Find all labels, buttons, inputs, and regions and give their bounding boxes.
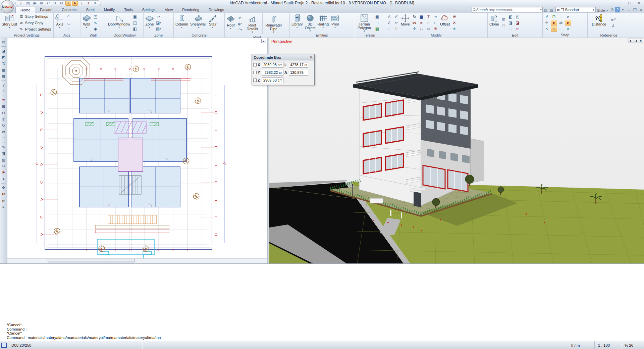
maximize-button[interactable]: ▢	[625, 0, 634, 5]
corner-snap-icon[interactable]: ↱	[544, 14, 550, 19]
axes-snap-icon[interactable]: ✛	[544, 20, 550, 26]
viewport-layout-3-button[interactable]: ◩	[639, 39, 643, 43]
tab-view[interactable]: View	[160, 7, 178, 13]
node-snap-toggle-icon[interactable]: ✛	[65, 1, 71, 6]
stats-chart-icon[interactable]: ▆	[418, 14, 425, 20]
area-measure-icon[interactable]: m²	[610, 17, 616, 23]
copy-clipboard-icon[interactable]: ⊞	[500, 17, 507, 23]
move-button[interactable]: Move	[400, 13, 411, 32]
expand-toolbar-icon[interactable]: ▸	[1, 204, 7, 210]
line-axis-icon[interactable]: ∕	[65, 26, 72, 32]
rotate-clone-icon[interactable]: ↻	[1, 123, 7, 129]
auto-label-icon[interactable]: AB	[1, 191, 7, 197]
divide-icon[interactable]: ∷	[418, 26, 425, 32]
corner-trim-icon[interactable]: ∟	[432, 20, 439, 26]
clone-faded-icon[interactable]: ▩	[1, 67, 7, 73]
style-dropdown[interactable]: Style ▾	[597, 8, 608, 12]
section-view-icon[interactable]: ◨	[1, 151, 7, 156]
y-lock-checkbox[interactable]	[253, 71, 257, 74]
point-array-icon[interactable]: ∷	[1, 136, 7, 141]
corner-wall-icon[interactable]: ◰	[92, 14, 99, 20]
roof-details-button[interactable]: Roof Details▾	[244, 14, 261, 33]
window-grid-icon[interactable]: ◫	[132, 20, 138, 26]
story-list-button[interactable]: Story List▾	[1, 13, 18, 32]
array-move-icon[interactable]: ∷	[386, 26, 392, 32]
grid-lock-icon[interactable]: ⊞	[551, 14, 557, 19]
status-zoom[interactable]: % 26	[621, 341, 644, 349]
help-caret-icon[interactable]: ▾	[620, 7, 626, 12]
terrain-polygon-button[interactable]: Terrain Polygon▾	[355, 13, 373, 32]
angle-measure-icon[interactable]: ∠	[386, 20, 392, 26]
roof-gazebo-icon[interactable]: ◈▾	[236, 21, 243, 27]
pick-select-icon[interactable]: ➤	[1, 176, 7, 182]
paste-icon[interactable]: ⊟	[1, 110, 7, 116]
story-copy-button[interactable]: ≋Story Copy	[18, 20, 52, 26]
parallel-snap-icon[interactable]: ⇄	[558, 20, 564, 26]
ortho-snap-icon[interactable]: ∟	[558, 26, 564, 32]
tab-tools[interactable]: Tools	[119, 7, 138, 13]
stack-move-icon[interactable]: ◨	[507, 20, 514, 26]
roof-dome-icon[interactable]: ◖▾	[236, 15, 243, 21]
trim-icon[interactable]: ✂	[1, 163, 7, 169]
viewport-layout-1-button[interactable]: ◧	[629, 39, 633, 43]
delete-node-icon[interactable]: ✕	[451, 20, 458, 26]
cursor-lock-icon[interactable]: ➤	[551, 20, 557, 26]
redo-icon[interactable]: ↷	[52, 1, 58, 6]
arc-axis-icon[interactable]: ◠	[65, 14, 72, 20]
polyline-lock-icon[interactable]: ∿	[551, 26, 557, 32]
x-lock-checkbox[interactable]	[253, 63, 257, 66]
array-clone-icon[interactable]: ⇄	[1, 129, 7, 135]
paste-special-icon[interactable]: ◫	[1, 116, 7, 122]
tab-home[interactable]: Home	[15, 7, 35, 13]
open-file-icon[interactable]: ▤	[25, 1, 31, 6]
magic-wand-icon[interactable]: ✳	[432, 26, 439, 32]
stack-copy-icon[interactable]: ◧	[507, 14, 514, 20]
circular-axis-icon[interactable]: ◡	[65, 20, 72, 26]
perpendicular-lock-icon[interactable]: ⊥	[558, 14, 564, 19]
eyedropper-icon[interactable]: ✏	[393, 20, 399, 26]
trim-support-icon[interactable]: ⊤	[425, 14, 432, 20]
point-snap-toggle-icon[interactable]: ➤	[72, 1, 78, 6]
tab-settings[interactable]: Settings	[138, 7, 160, 13]
project-settings-button[interactable]: ✎Project Settings	[18, 26, 52, 32]
rotate-icon[interactable]: ↻	[411, 14, 418, 20]
dimension-tool-icon[interactable]: ↥	[86, 1, 91, 6]
label-tag-icon[interactable]: ⚐	[393, 26, 399, 32]
ruler-pen-icon[interactable]: ✐	[393, 14, 399, 20]
child-restore-button[interactable]: ❐	[632, 7, 638, 12]
panel-wall-icon[interactable]: ◆	[92, 26, 99, 32]
break-point-icon[interactable]: ✶	[451, 26, 458, 32]
y-coordinate-input[interactable]	[262, 70, 283, 76]
find-icon[interactable]: ∞	[1, 198, 7, 203]
move-story-icon[interactable]: ⇅	[1, 61, 7, 66]
stack-faded-icon[interactable]: ◩	[515, 14, 521, 20]
copy-story-icon[interactable]: ◪	[1, 48, 7, 54]
plan-horizontal-scrollbar[interactable]	[7, 258, 267, 263]
edit-pen-icon[interactable]: ✎	[1, 144, 7, 150]
angle-query-icon[interactable]: ∡	[610, 23, 616, 29]
terrain-boundary-icon[interactable]: □	[374, 20, 380, 26]
eraser-icon[interactable]: ✏	[515, 26, 521, 32]
save-all-icon[interactable]: ⊞	[39, 1, 44, 6]
building-3d-render[interactable]	[269, 38, 644, 263]
wall-button[interactable]: Wall▾	[82, 13, 92, 32]
x-coordinate-input[interactable]	[262, 62, 283, 68]
fillet-icon[interactable]: ⌐	[425, 20, 432, 26]
window-icon[interactable]: ▣	[132, 14, 138, 20]
railing-button[interactable]: Railing▾	[317, 13, 329, 32]
object-palette-icon[interactable]: ❖	[1, 185, 7, 191]
curved-wall-icon[interactable]: ∿	[92, 20, 99, 26]
stair-button[interactable]: Stair▾	[208, 13, 218, 32]
column-button[interactable]: Column▾	[175, 13, 189, 32]
paste-clipboard-icon[interactable]: ⊟	[500, 23, 507, 29]
layer-states-icon[interactable]: ▥	[549, 7, 555, 12]
extend-snap-icon[interactable]: ↖	[544, 26, 550, 32]
command-search[interactable]: ▾	[472, 7, 543, 12]
pool-button[interactable]: Pool▾	[330, 13, 340, 32]
wall-flag-icon[interactable]: ⚑	[1, 170, 7, 176]
search-input[interactable]	[476, 8, 540, 12]
coordinate-box-titlebar[interactable]: Coordinate Box ✕	[252, 54, 314, 60]
rainwater-pipe-button[interactable]: Rainwater Pipe▾	[264, 14, 283, 33]
plan-viewport[interactable]: ▴	[7, 38, 267, 263]
skylight-icon[interactable]: ◧	[132, 26, 138, 32]
